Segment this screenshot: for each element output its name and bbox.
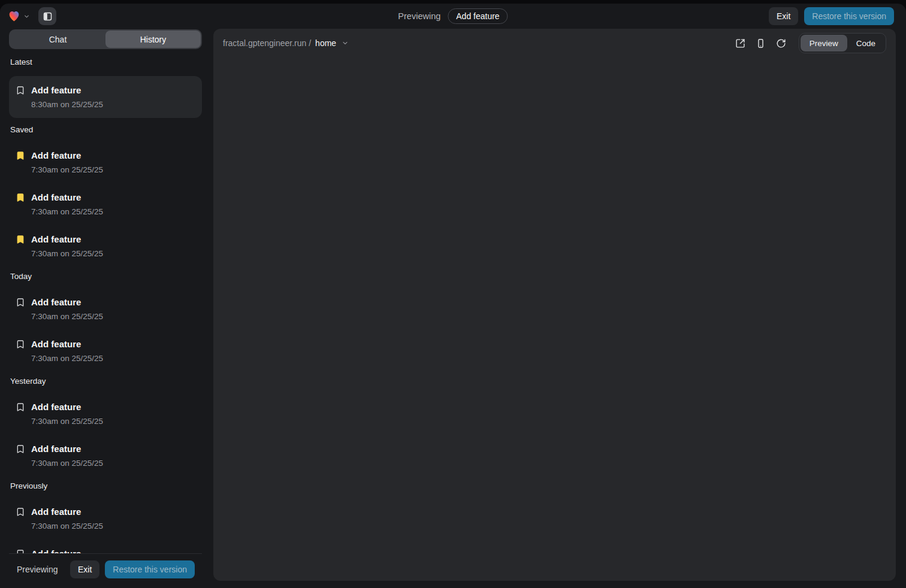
toggle-preview[interactable]: Preview <box>801 35 847 51</box>
version-title: Add feature <box>31 233 103 245</box>
panel-actions: Preview Code <box>733 33 886 53</box>
version-title: Add feature <box>31 191 103 204</box>
exit-button[interactable]: Exit <box>769 7 798 25</box>
version-timestamp: 7:30am on 25/25/25 <box>31 416 103 427</box>
section-title: Previously <box>10 481 202 490</box>
section-title: Yesterday <box>10 377 202 386</box>
version-text: Add feature 7:30am on 25/25/25 <box>31 547 103 553</box>
open-external-button[interactable] <box>733 35 748 51</box>
preview-panel-header: fractal.gptengineer.run / home <box>213 29 896 57</box>
url-page: home <box>315 38 336 48</box>
footer-exit-button[interactable]: Exit <box>70 560 99 578</box>
version-text: Add feature 7:30am on 25/25/25 <box>31 149 103 175</box>
history-section: Latest Add feature 8:30am on 25/25/25 <box>9 57 202 118</box>
version-timestamp: 7:30am on 25/25/25 <box>31 206 103 217</box>
content-area: Chat History Latest Add feature 8:30am o… <box>0 29 906 588</box>
history-section: Yesterday Add feature 7:30am on 25/25/25… <box>9 377 202 474</box>
history-section: Previously Add feature 7:30am on 25/25/2… <box>9 481 202 553</box>
bookmark-icon <box>16 340 25 349</box>
topbar-center: Previewing Add feature <box>398 8 508 24</box>
version-title: Add feature <box>31 505 103 518</box>
version-title: Add feature <box>31 442 103 455</box>
version-item[interactable]: Add feature 7:30am on 25/25/25 <box>9 186 202 223</box>
topbar-right: Exit Restore this version <box>769 7 894 25</box>
version-text: Add feature 7:30am on 25/25/25 <box>31 505 103 532</box>
tab-history[interactable]: History <box>105 31 201 48</box>
previewing-label: Previewing <box>398 11 440 21</box>
external-link-icon <box>735 38 745 49</box>
logo-menu-button[interactable] <box>7 10 30 23</box>
version-item[interactable]: Add feature 7:30am on 25/25/25 <box>9 542 202 553</box>
section-items: Add feature 7:30am on 25/25/25 Add featu… <box>9 290 202 369</box>
section-title: Latest <box>10 57 202 66</box>
chevron-down-icon <box>342 40 349 47</box>
version-item[interactable]: Add feature 7:30am on 25/25/25 <box>9 228 202 265</box>
mobile-view-button[interactable] <box>753 35 769 51</box>
version-timestamp: 7:30am on 25/25/25 <box>31 311 103 322</box>
version-text: Add feature 7:30am on 25/25/25 <box>31 401 103 427</box>
version-item[interactable]: Add feature 7:30am on 25/25/25 <box>9 500 202 537</box>
lovable-heart-icon <box>7 10 21 23</box>
version-title: Add feature <box>31 338 103 350</box>
refresh-button[interactable] <box>774 35 789 51</box>
bookmark-icon <box>16 298 25 307</box>
version-timestamp: 7:30am on 25/25/25 <box>31 457 103 469</box>
preview-code-toggle: Preview Code <box>799 33 886 53</box>
version-title: Add feature <box>31 296 103 308</box>
app-window: Previewing Add feature Exit Restore this… <box>0 4 906 588</box>
version-timestamp: 7:30am on 25/25/25 <box>31 520 103 532</box>
version-text: Add feature 7:30am on 25/25/25 <box>31 233 103 259</box>
restore-version-button[interactable]: Restore this version <box>804 7 894 25</box>
top-bar: Previewing Add feature Exit Restore this… <box>0 4 906 29</box>
bookmark-icon <box>16 193 25 202</box>
section-items: Add feature 8:30am on 25/25/25 <box>9 76 202 118</box>
version-item[interactable]: Add feature 7:30am on 25/25/25 <box>9 290 202 328</box>
section-items: Add feature 7:30am on 25/25/25 Add featu… <box>9 500 202 553</box>
url-domain: fractal.gptengineer.run / <box>223 38 311 48</box>
section-title: Saved <box>10 125 202 134</box>
section-items: Add feature 7:30am on 25/25/25 Add featu… <box>9 144 202 265</box>
bookmark-icon <box>16 507 25 517</box>
bookmark-icon <box>16 235 25 244</box>
bookmark-icon <box>16 444 25 454</box>
version-item[interactable]: Add feature 7:30am on 25/25/25 <box>9 437 202 474</box>
tab-chat[interactable]: Chat <box>10 31 105 48</box>
preview-panel: fractal.gptengineer.run / home <box>213 29 896 581</box>
version-item[interactable]: Add feature 8:30am on 25/25/25 <box>9 76 202 118</box>
section-title: Today <box>10 272 202 281</box>
history-section: Saved Add feature 7:30am on 25/25/25 Add… <box>9 125 202 265</box>
toggle-code[interactable]: Code <box>847 35 884 51</box>
version-title: Add feature <box>31 84 103 96</box>
sidebar-footer: Previewing Exit Restore this version <box>9 553 202 588</box>
version-timestamp: 7:30am on 25/25/25 <box>31 353 103 364</box>
version-title: Add feature <box>31 547 103 553</box>
version-text: Add feature 7:30am on 25/25/25 <box>31 296 103 322</box>
chevron-down-icon <box>23 13 30 20</box>
sidebar-toggle-button[interactable] <box>38 7 56 25</box>
version-item[interactable]: Add feature 7:30am on 25/25/25 <box>9 144 202 181</box>
history-section: Today Add feature 7:30am on 25/25/25 Add… <box>9 272 202 369</box>
footer-actions: Exit Restore this version <box>70 560 195 578</box>
history-sidebar: Chat History Latest Add feature 8:30am o… <box>9 29 202 588</box>
refresh-icon <box>776 38 786 49</box>
version-item[interactable]: Add feature 7:30am on 25/25/25 <box>9 332 202 369</box>
version-text: Add feature 7:30am on 25/25/25 <box>31 191 103 217</box>
bookmark-icon <box>16 86 25 95</box>
version-timestamp: 8:30am on 25/25/25 <box>31 99 103 110</box>
version-item[interactable]: Add feature 7:30am on 25/25/25 <box>9 395 202 432</box>
panel-left-icon <box>43 11 53 22</box>
bookmark-icon <box>16 402 25 412</box>
bookmark-icon <box>16 151 25 160</box>
version-badge[interactable]: Add feature <box>448 8 508 24</box>
section-items: Add feature 7:30am on 25/25/25 Add featu… <box>9 395 202 474</box>
version-title: Add feature <box>31 149 103 162</box>
bookmark-icon <box>16 549 25 553</box>
topbar-left <box>7 7 56 25</box>
preview-canvas <box>213 57 896 581</box>
url-bar[interactable]: fractal.gptengineer.run / home <box>223 38 349 48</box>
footer-restore-version-button[interactable]: Restore this version <box>105 560 195 578</box>
version-text: Add feature 8:30am on 25/25/25 <box>31 84 103 110</box>
version-text: Add feature 7:30am on 25/25/25 <box>31 338 103 364</box>
history-list: Latest Add feature 8:30am on 25/25/25 Sa… <box>9 49 202 553</box>
version-timestamp: 7:30am on 25/25/25 <box>31 248 103 259</box>
